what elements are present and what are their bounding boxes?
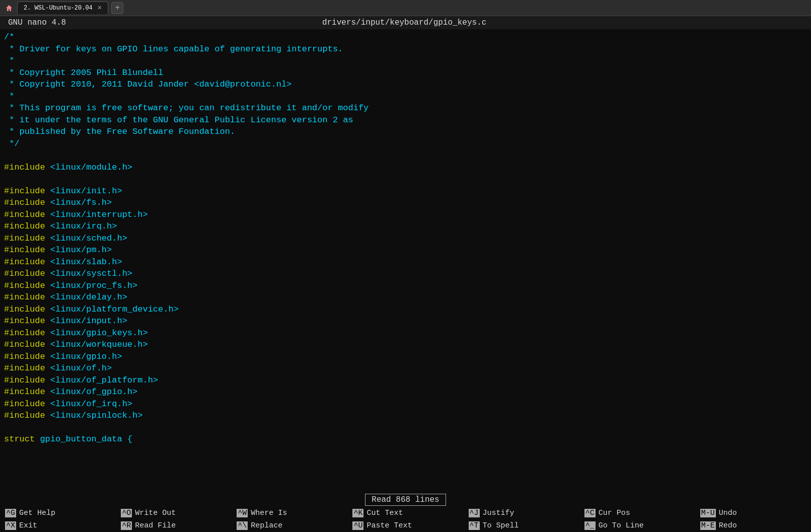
shortcut-key: ^_	[584, 521, 596, 530]
shortcuts-row2: ^X Exit^R Read File^\ Replace^U Paste Te…	[0, 519, 811, 532]
code-line: struct gpio_button_data {	[4, 433, 807, 445]
shortcut-item: M-U Undo	[695, 507, 811, 519]
status-message: Read 868 lines	[365, 494, 446, 506]
code-line: */	[4, 138, 807, 150]
shortcut-item: ^O Write Out	[116, 507, 232, 519]
code-line: #include <linux/platform_device.h>	[4, 303, 807, 316]
shortcut-key: ^T	[469, 521, 480, 530]
shortcut-desc: Cut Text	[366, 509, 403, 517]
code-line: #include <linux/fs.h>	[4, 197, 807, 209]
code-line	[4, 149, 807, 162]
code-line: *	[4, 55, 807, 67]
code-line: *	[4, 91, 807, 103]
shortcut-key: ^R	[121, 521, 132, 530]
shortcut-item: ^U Paste Text	[347, 519, 463, 532]
shortcut-desc: Get Help	[19, 509, 55, 517]
shortcut-item: M-E Redo	[695, 519, 811, 532]
shortcut-key: M-E	[700, 521, 716, 530]
code-line: #include <linux/of_platform.h>	[4, 374, 807, 387]
shortcuts-row1: ^G Get Help^O Write Out^W Where Is^K Cut…	[0, 507, 811, 519]
nano-editor: GNU nano 4.8 drivers/input/keyboard/gpio…	[0, 16, 811, 532]
code-line: #include <linux/interrupt.h>	[4, 209, 807, 221]
shortcut-key: ^O	[121, 509, 132, 517]
code-line: * it under the terms of the GNU General …	[4, 114, 807, 126]
title-bar: 2. WSL-Ubuntu-20.04 × +	[0, 0, 811, 16]
code-line: #include <linux/module.h>	[4, 162, 807, 174]
shortcut-key: ^K	[352, 509, 363, 517]
shortcut-desc: Go To Line	[599, 521, 644, 530]
shortcut-desc: Where Is	[251, 509, 287, 517]
shortcut-key: ^\	[237, 521, 248, 530]
code-line: /*	[4, 31, 807, 43]
shortcut-desc: Cur Pos	[599, 509, 630, 517]
shortcut-key: ^U	[352, 521, 363, 530]
code-line: #include <linux/irq.h>	[4, 220, 807, 233]
code-line: #include <linux/gpio.h>	[4, 351, 807, 363]
code-line: #include <linux/sched.h>	[4, 233, 807, 245]
tab-label: 2. WSL-Ubuntu-20.04	[24, 5, 93, 12]
shortcut-item: ^W Where Is	[232, 507, 347, 519]
shortcut-key: ^C	[584, 509, 596, 517]
nano-app-name: GNU nano 4.8	[8, 18, 66, 27]
shortcut-item: ^X Exit	[0, 519, 116, 532]
tab-close-button[interactable]: ×	[98, 4, 102, 12]
shortcut-desc: Justify	[483, 509, 514, 517]
shortcut-item: ^\ Replace	[232, 519, 347, 532]
shortcut-item: ^_ Go To Line	[579, 519, 695, 532]
code-line: * Copyright 2010, 2011 David Jander <dav…	[4, 79, 807, 91]
code-line: #include <linux/workqueue.h>	[4, 339, 807, 351]
code-line: #include <linux/of.h>	[4, 362, 807, 374]
shortcut-item: ^G Get Help	[0, 507, 116, 519]
code-line: #include <linux/delay.h>	[4, 291, 807, 303]
code-area[interactable]: /* * Driver for keys on GPIO lines capab…	[0, 29, 811, 493]
code-line: #include <linux/sysctl.h>	[4, 268, 807, 280]
code-line: #include <linux/input.h>	[4, 315, 807, 327]
shortcut-key: ^W	[237, 509, 248, 517]
code-line: #include <linux/init.h>	[4, 185, 807, 197]
bottom-bar: ^G Get Help^O Write Out^W Where Is^K Cut…	[0, 507, 811, 532]
shortcut-desc: To Spell	[483, 521, 519, 530]
shortcut-desc: Replace	[251, 521, 282, 530]
code-line: * published by the Free Software Foundat…	[4, 126, 807, 138]
shortcut-key: ^G	[5, 509, 16, 517]
shortcut-key: M-U	[700, 509, 716, 517]
shortcut-key: ^X	[5, 521, 16, 530]
code-line: #include <linux/slab.h>	[4, 256, 807, 268]
code-line: * Driver for keys on GPIO lines capable …	[4, 43, 807, 55]
code-line: #include <linux/proc_fs.h>	[4, 280, 807, 292]
shortcut-desc: Exit	[19, 521, 37, 530]
code-line	[4, 422, 807, 434]
shortcut-desc: Redo	[719, 521, 737, 530]
shortcut-item: ^K Cut Text	[347, 507, 463, 519]
code-line: #include <linux/of_irq.h>	[4, 398, 807, 410]
shortcut-desc: Read File	[135, 521, 176, 530]
shortcut-item: ^T To Spell	[464, 519, 579, 532]
shortcut-desc: Undo	[719, 509, 737, 517]
window-frame: 2. WSL-Ubuntu-20.04 × + GNU nano 4.8 dri…	[0, 0, 811, 532]
shortcut-item: ^C Cur Pos	[579, 507, 695, 519]
code-line: #include <linux/of_gpio.h>	[4, 386, 807, 398]
code-line: * Copyright 2005 Phil Blundell	[4, 67, 807, 79]
shortcut-desc: Paste Text	[366, 521, 412, 530]
nano-file-name: drivers/input/keyboard/gpio_keys.c	[66, 18, 743, 27]
shortcut-item: ^J Justify	[464, 507, 579, 519]
shortcut-item: ^R Read File	[116, 519, 232, 532]
tab-home-icon	[4, 3, 14, 13]
status-bar: Read 868 lines	[0, 493, 811, 507]
code-line: #include <linux/gpio_keys.h>	[4, 327, 807, 339]
nano-header: GNU nano 4.8 drivers/input/keyboard/gpio…	[0, 16, 811, 29]
shortcut-desc: Write Out	[135, 509, 176, 517]
code-line: #include <linux/pm.h>	[4, 244, 807, 256]
code-line	[4, 173, 807, 185]
code-line: #include <linux/spinlock.h>	[4, 410, 807, 422]
tab-wsl[interactable]: 2. WSL-Ubuntu-20.04 ×	[17, 2, 108, 14]
shortcut-key: ^J	[469, 509, 480, 517]
new-tab-button[interactable]: +	[111, 2, 123, 14]
code-line: * This program is free software; you can…	[4, 102, 807, 114]
